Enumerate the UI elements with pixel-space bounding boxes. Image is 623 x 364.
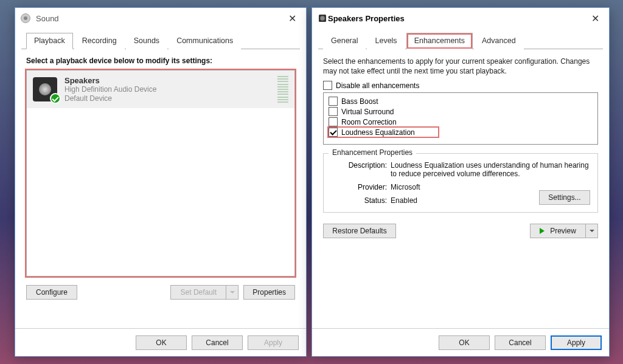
enhancements-list[interactable]: Bass Boost Virtual Surround Room Correct…: [323, 92, 598, 145]
play-icon: [540, 228, 548, 234]
list-item[interactable]: Room Correction: [329, 117, 593, 126]
settings-button[interactable]: Settings...: [539, 190, 590, 205]
cancel-button[interactable]: Cancel: [192, 335, 243, 350]
tab-communications[interactable]: Communications: [169, 33, 241, 49]
disable-all-checkbox[interactable]: [323, 81, 332, 90]
list-item[interactable]: Loudness Equalization: [329, 128, 438, 137]
chevron-down-icon[interactable]: [586, 224, 598, 238]
sound-icon: [20, 13, 31, 24]
titlebar[interactable]: Speakers Properties ✕: [312, 8, 609, 29]
enh-label: Loudness Equalization: [341, 128, 415, 137]
close-icon[interactable]: ✕: [284, 10, 301, 27]
device-item[interactable]: Speakers High Definition Audio Device De…: [27, 70, 294, 108]
provider-label: Provider:: [331, 183, 387, 191]
tabbar: General Levels Enhancements Advanced: [318, 32, 603, 49]
disable-all-row[interactable]: Disable all enhancements: [323, 81, 598, 90]
loudness-eq-checkbox[interactable]: [329, 128, 338, 137]
cancel-button[interactable]: Cancel: [495, 335, 546, 350]
dialog-title: Speakers Properties: [328, 14, 586, 23]
device-name: Speakers: [64, 76, 277, 85]
tab-recording[interactable]: Recording: [74, 33, 125, 49]
configure-button[interactable]: Configure: [26, 285, 77, 300]
disable-all-label: Disable all enhancements: [336, 81, 419, 90]
intro-text: Select the enhancements to apply for you…: [323, 57, 598, 76]
tabbar: Playback Recording Sounds Communications: [21, 32, 300, 49]
apply-button: Apply: [248, 335, 299, 350]
set-default-button: Set Default: [170, 285, 238, 300]
description-value: Loudness Equalization uses understanding…: [391, 161, 590, 178]
set-default-label: Set Default: [170, 285, 226, 300]
ok-button[interactable]: OK: [136, 335, 187, 350]
dialog-buttons: OK Cancel Apply: [312, 328, 609, 356]
enh-label: Room Correction: [341, 118, 397, 126]
speakers-properties-dialog: Speakers Properties ✕ General Levels Enh…: [312, 7, 610, 357]
ok-button[interactable]: OK: [439, 335, 490, 350]
room-correction-checkbox[interactable]: [329, 117, 338, 126]
tab-general[interactable]: General: [323, 33, 366, 49]
bass-boost-checkbox[interactable]: [329, 97, 338, 106]
tab-content: Select the enhancements to apply for you…: [312, 49, 609, 243]
level-meter-icon: [277, 76, 288, 103]
list-item[interactable]: Bass Boost: [329, 97, 593, 106]
device-text: Speakers High Definition Audio Device De…: [64, 76, 277, 103]
tab-playback[interactable]: Playback: [26, 33, 73, 49]
titlebar[interactable]: Sound ✕: [15, 8, 306, 29]
tab-sounds[interactable]: Sounds: [126, 33, 167, 49]
dialog-title: Sound: [36, 14, 284, 23]
tab-advanced[interactable]: Advanced: [474, 33, 524, 49]
device-list[interactable]: Speakers High Definition Audio Device De…: [26, 70, 295, 276]
speaker-icon: [317, 13, 328, 24]
tab-levels[interactable]: Levels: [367, 33, 405, 49]
svg-point-1: [24, 16, 27, 20]
apply-button[interactable]: Apply: [551, 335, 602, 350]
enhancement-properties-group: Enhancement Properties Description: Loud…: [323, 153, 598, 213]
description-label: Description:: [331, 161, 387, 178]
close-icon[interactable]: ✕: [586, 10, 604, 27]
svg-point-3: [320, 16, 325, 21]
restore-defaults-button[interactable]: Restore Defaults: [323, 224, 396, 238]
sound-dialog: Sound ✕ Playback Recording Sounds Commun…: [15, 7, 307, 357]
enh-label: Bass Boost: [341, 97, 378, 106]
virtual-surround-checkbox[interactable]: [329, 107, 338, 116]
preview-label: Preview: [550, 227, 576, 235]
instruction: Select a playback device below to modify…: [26, 57, 295, 65]
device-status: Default Device: [64, 94, 277, 103]
speaker-icon: [33, 77, 57, 101]
device-driver: High Definition Audio Device: [64, 85, 277, 94]
group-legend: Enhancement Properties: [329, 148, 416, 157]
dialog-buttons: OK Cancel Apply: [15, 328, 306, 356]
properties-button[interactable]: Properties: [243, 285, 295, 300]
chevron-down-icon: [226, 285, 238, 300]
list-item[interactable]: Virtual Surround: [329, 107, 593, 116]
preview-button[interactable]: Preview: [530, 224, 598, 238]
status-label: Status:: [331, 196, 387, 205]
tab-enhancements[interactable]: Enhancements: [406, 33, 473, 49]
default-check-icon: [50, 93, 61, 104]
tab-content: Select a playback device below to modify…: [15, 49, 306, 304]
enh-label: Virtual Surround: [341, 108, 394, 116]
